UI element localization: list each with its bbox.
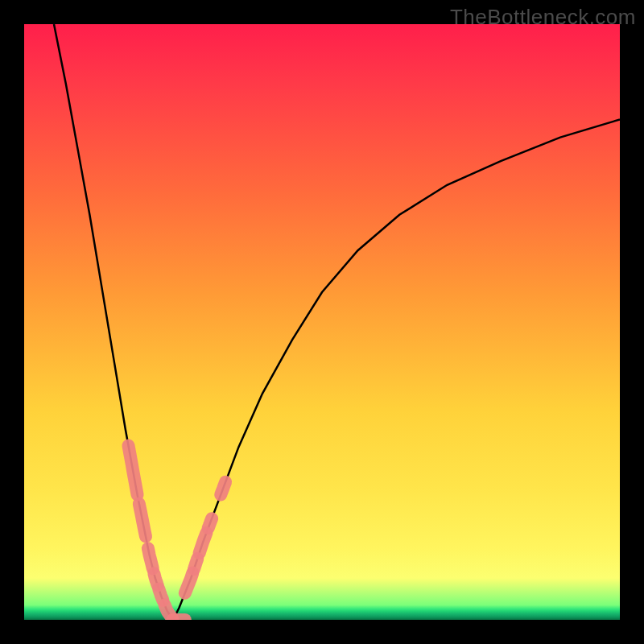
highlight-segments bbox=[129, 446, 226, 621]
highlight-segment bbox=[148, 548, 153, 568]
highlight-segment bbox=[194, 559, 197, 569]
highlight-segment bbox=[200, 533, 207, 553]
highlight-segment bbox=[221, 482, 225, 495]
chart-frame: TheBottleneck.com bbox=[0, 0, 644, 644]
plot-area bbox=[24, 24, 620, 620]
curve-left-branch bbox=[54, 24, 173, 620]
highlight-segment bbox=[159, 589, 163, 601]
curve-right-branch bbox=[173, 119, 620, 620]
highlight-segment bbox=[208, 518, 212, 528]
highlight-segment bbox=[139, 504, 146, 537]
highlight-segment bbox=[129, 446, 138, 495]
highlight-segment bbox=[185, 573, 193, 593]
curve-svg bbox=[24, 24, 620, 620]
